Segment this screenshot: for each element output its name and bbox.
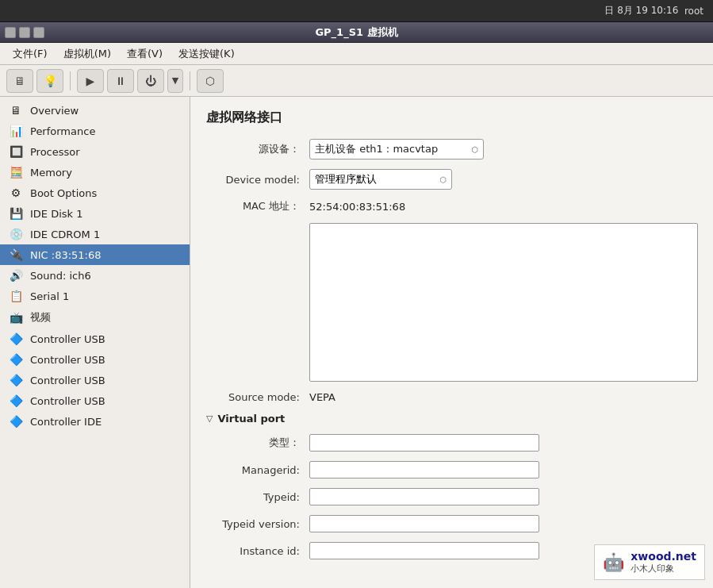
menu-view[interactable]: 查看(V) — [121, 44, 169, 63]
sidebar-label-processor: Processor — [30, 146, 80, 158]
user-display: root — [684, 6, 703, 17]
window-title: GP_1_S1 虚拟机 — [315, 25, 397, 40]
sidebar-label-sound: Sound: ich6 — [30, 270, 91, 282]
instance-id-label: Instance id: — [206, 545, 309, 557]
title-bar-controls — [5, 27, 44, 38]
boot-icon: ⚙ — [8, 186, 24, 199]
sidebar-item-sound[interactable]: 🔊 Sound: ich6 — [0, 265, 190, 286]
toolbar-sep-2 — [190, 71, 190, 90]
sidebar-item-usb-3[interactable]: 🔷 Controller USB — [0, 370, 190, 390]
type-input[interactable] — [309, 434, 539, 452]
sidebar-item-overview[interactable]: 🖥 Overview — [0, 100, 190, 121]
section-toggle-arrow[interactable]: ▽ — [206, 413, 213, 424]
sidebar-item-performance[interactable]: 📊 Performance — [0, 121, 190, 141]
type-row: 类型： — [206, 434, 697, 452]
menu-file[interactable]: 文件(F) — [6, 44, 54, 63]
usb4-icon: 🔷 — [8, 394, 24, 407]
sidebar-item-nic[interactable]: 🔌 NIC :83:51:68 — [0, 244, 190, 265]
sidebar-label-memory: Memory — [30, 167, 72, 179]
sidebar-item-usb-2[interactable]: 🔷 Controller USB — [0, 349, 190, 370]
sidebar-item-ide-disk[interactable]: 💾 IDE Disk 1 — [0, 203, 190, 224]
nic-icon: 🔌 — [8, 248, 24, 261]
screen-button[interactable]: 🖥 — [6, 69, 33, 93]
menu-sendkey[interactable]: 发送按键(K) — [172, 44, 241, 63]
large-text-area — [309, 223, 698, 382]
ide-disk-icon: 💾 — [8, 207, 24, 220]
sidebar-item-usb-1[interactable]: 🔷 Controller USB — [0, 329, 190, 349]
sidebar-item-memory[interactable]: 🧮 Memory — [0, 162, 190, 183]
device-model-select[interactable]: 管理程序默认 ⬡ — [309, 169, 452, 190]
close-btn[interactable] — [5, 27, 16, 38]
sidebar-label-usb1: Controller USB — [30, 333, 105, 345]
minimize-btn[interactable] — [19, 27, 30, 38]
type-label: 类型： — [206, 436, 309, 450]
source-mode-value: VEPA — [309, 391, 335, 403]
typeid-input[interactable] — [309, 488, 539, 505]
sidebar-item-usb-4[interactable]: 🔷 Controller USB — [0, 390, 190, 411]
usb1-icon: 🔷 — [8, 332, 24, 345]
watermark-text-block: xwood.net 小木人印象 — [631, 550, 696, 575]
memory-icon: 🧮 — [8, 166, 24, 179]
serial-icon: 📋 — [8, 290, 24, 302]
main-window: GP_1_S1 虚拟机 文件(F) 虚拟机(M) 查看(V) 发送按键(K) 🖥… — [0, 22, 713, 588]
sidebar-label-serial: Serial 1 — [30, 290, 69, 302]
sidebar-item-boot[interactable]: ⚙ Boot Options — [0, 183, 190, 203]
sidebar-label-video: 视频 — [30, 310, 51, 325]
sidebar-label-nic: NIC :83:51:68 — [30, 249, 102, 261]
ide-ctrl-icon: 🔷 — [8, 415, 24, 428]
device-model-label: Device model: — [206, 174, 309, 186]
toolbar: 🖥 💡 ▶ ⏸ ⏻ ▼ ⬡ — [0, 65, 713, 97]
mac-label: MAC 地址： — [206, 199, 309, 213]
play-button[interactable]: ▶ — [77, 69, 104, 93]
maximize-btn[interactable] — [33, 27, 44, 38]
right-panel: 虚拟网络接口 源设备： 主机设备 eth1 : macvtap ⬡ Device… — [190, 97, 713, 588]
dropdown-button[interactable]: ▼ — [167, 69, 183, 93]
main-content: 🖥 Overview 📊 Performance 🔲 Processor 🧮 M… — [0, 97, 713, 588]
typeid-row: Typeid: — [206, 488, 697, 505]
mac-value: 52:54:00:83:51:68 — [309, 201, 405, 213]
watermark: 🤖 xwood.net 小木人印象 — [594, 544, 705, 580]
sidebar-label-cdrom: IDE CDROM 1 — [30, 229, 100, 240]
sidebar-item-video[interactable]: 📺 视频 — [0, 306, 190, 329]
sidebar-item-processor[interactable]: 🔲 Processor — [0, 141, 190, 162]
power-button[interactable]: ⏻ — [137, 69, 164, 93]
menu-bar: 文件(F) 虚拟机(M) 查看(V) 发送按键(K) — [0, 43, 713, 65]
source-mode-row: Source mode: VEPA — [206, 391, 697, 403]
video-icon: 📺 — [8, 311, 24, 324]
managerid-input[interactable] — [309, 461, 539, 478]
mac-address-row: MAC 地址： 52:54:00:83:51:68 — [206, 199, 697, 213]
source-mode-label: Source mode: — [206, 391, 309, 403]
toolbar-sep-1 — [70, 71, 71, 90]
title-bar: GP_1_S1 虚拟机 — [0, 22, 713, 43]
source-label: 源设备： — [206, 142, 309, 156]
sidebar-item-cdrom[interactable]: 💿 IDE CDROM 1 — [0, 224, 190, 244]
source-value: 主机设备 eth1 : macvtap — [315, 142, 438, 156]
watermark-robot-icon: 🤖 — [603, 552, 624, 572]
system-bar: 日 8月 19 10:16 root — [0, 0, 713, 22]
typeid-version-label: Typeid version: — [206, 518, 309, 530]
network-button[interactable]: ⬡ — [197, 69, 224, 93]
typeid-version-input[interactable] — [309, 515, 539, 532]
sidebar-item-ide-ctrl[interactable]: 🔷 Controller IDE — [0, 411, 190, 432]
datetime-display: 日 8月 19 10:16 — [604, 4, 678, 17]
pause-button[interactable]: ⏸ — [107, 69, 134, 93]
sidebar-item-serial[interactable]: 📋 Serial 1 — [0, 286, 190, 306]
device-model-arrow: ⬡ — [439, 175, 447, 184]
processor-icon: 🔲 — [8, 145, 24, 158]
watermark-cn: 小木人印象 — [631, 563, 696, 575]
device-model-row: Device model: 管理程序默认 ⬡ — [206, 169, 697, 190]
source-select[interactable]: 主机设备 eth1 : macvtap ⬡ — [309, 139, 484, 159]
instance-id-input[interactable] — [309, 542, 539, 559]
sidebar: 🖥 Overview 📊 Performance 🔲 Processor 🧮 M… — [0, 97, 190, 588]
menu-vm[interactable]: 虚拟机(M) — [57, 44, 117, 63]
sidebar-label-usb4: Controller USB — [30, 395, 105, 407]
cdrom-icon: 💿 — [8, 228, 24, 240]
overview-icon: 🖥 — [8, 104, 24, 117]
watermark-site: xwood.net — [631, 550, 696, 563]
usb2-icon: 🔷 — [8, 353, 24, 366]
sidebar-label-ide-disk: IDE Disk 1 — [30, 208, 83, 220]
info-button[interactable]: 💡 — [36, 69, 63, 93]
performance-icon: 📊 — [8, 125, 24, 137]
virtual-port-section: ▽ Virtual port — [206, 413, 697, 425]
source-dropdown-arrow: ⬡ — [471, 145, 478, 154]
